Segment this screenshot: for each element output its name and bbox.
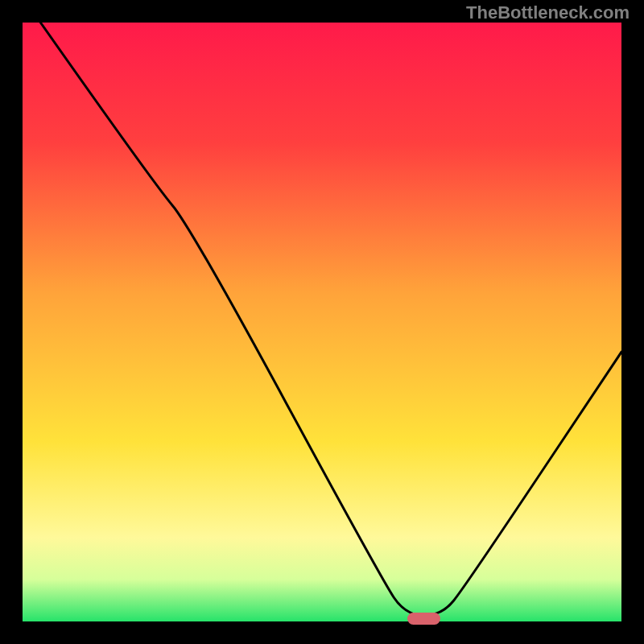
optimal-marker — [407, 613, 441, 625]
chart-container: TheBottleneck.com — [0, 0, 644, 644]
watermark-text: TheBottleneck.com — [466, 2, 630, 23]
plot-area — [23, 23, 621, 621]
gradient-background — [23, 23, 621, 621]
chart-svg — [23, 23, 621, 621]
